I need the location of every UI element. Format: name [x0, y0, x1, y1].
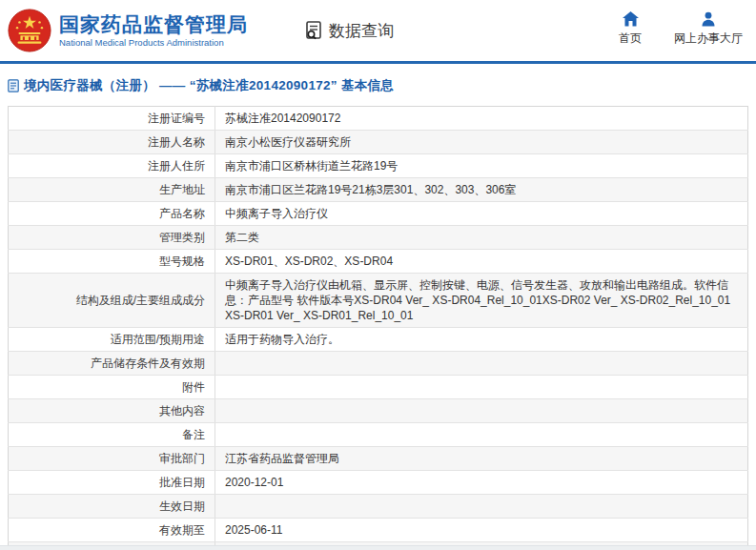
doc-search-icon	[303, 20, 324, 41]
row-label: 管理类别	[9, 226, 215, 250]
table-row: 其他内容	[9, 399, 748, 423]
table-row: 管理类别第二类	[9, 226, 748, 250]
row-label: 有效期至	[9, 519, 215, 542]
table-row: 有效期至2025-06-11	[9, 519, 748, 542]
table-row: 注册证编号苏械注准20142090172	[9, 107, 748, 131]
row-value	[215, 376, 748, 399]
table-row: 产品名称中频离子导入治疗仪	[9, 202, 748, 226]
row-label: 生效日期	[9, 495, 215, 519]
user-icon	[701, 11, 716, 27]
row-value	[215, 399, 748, 423]
row-value: 中频离子导入治疗仪由机箱、显示屏、控制按键、电源、信号发生器、攻放和输出电路组成…	[215, 274, 748, 328]
home-icon	[623, 11, 639, 27]
row-label: 注册人住所	[9, 154, 215, 178]
nav-data-query[interactable]: 数据查询	[303, 20, 394, 42]
row-value: XS-DR01、XS-DR02、XS-DR04	[215, 250, 748, 274]
row-label: 产品储存条件及有效期	[9, 352, 215, 376]
service-hall-link-label: 网上办事大厅	[674, 31, 743, 47]
row-label: 注册证编号	[9, 107, 215, 131]
row-label: 附件	[9, 376, 215, 399]
row-label: 产品名称	[9, 202, 215, 226]
table-row: 结构及组成/主要组成成分中频离子导入治疗仪由机箱、显示屏、控制按键、电源、信号发…	[9, 274, 748, 328]
table-row: 型号规格XS-DR01、XS-DR02、XS-DR04	[9, 250, 748, 274]
home-link[interactable]: 首页	[619, 11, 642, 47]
row-value: 南京小松医疗仪器研究所	[215, 131, 748, 154]
table-row: 生效日期	[9, 495, 748, 519]
row-value: 2025-06-11	[215, 519, 748, 542]
row-value: 南京市浦口区兰花路19号21栋3层301、302、303、306室	[215, 178, 748, 202]
row-label: 备注	[9, 423, 215, 447]
table-row: 产品储存条件及有效期	[9, 352, 748, 376]
site-header: 国家药品监督管理局 National Medical Products Admi…	[0, 0, 756, 61]
row-label: 型号规格	[9, 250, 215, 274]
info-table-body: 注册证编号苏械注准20142090172注册人名称南京小松医疗仪器研究所注册人住…	[9, 107, 748, 550]
agency-subtitle: National Medical Products Administration	[59, 36, 248, 49]
row-label: 其他内容	[9, 399, 215, 423]
row-value	[215, 423, 748, 447]
row-value: 适用于药物导入治疗。	[215, 328, 748, 352]
row-value: 2020-12-01	[215, 471, 748, 495]
table-row: 备注	[9, 423, 748, 447]
registration-info-table: 注册证编号苏械注准20142090172注册人名称南京小松医疗仪器研究所注册人住…	[8, 106, 748, 550]
home-link-label: 首页	[619, 31, 642, 47]
row-label: 结构及组成/主要组成成分	[9, 274, 215, 328]
row-label: 审批部门	[9, 447, 215, 471]
footer-strip	[0, 545, 756, 550]
table-row: 注册人住所南京市浦口区桥林街道兰花路19号	[9, 154, 748, 178]
nav-data-query-label: 数据查询	[329, 20, 394, 42]
row-label: 注册人名称	[9, 131, 215, 154]
header-quick-links: 首页 网上办事大厅	[619, 11, 743, 47]
table-row: 注册人名称南京小松医疗仪器研究所	[9, 131, 748, 154]
breadcrumb: 境内医疗器械（注册） —— “苏械注准20142090172” 基本信息	[0, 64, 756, 104]
row-value	[215, 352, 748, 376]
agency-name-block: 国家药品监督管理局 National Medical Products Admi…	[59, 13, 248, 49]
row-value: 江苏省药品监督管理局	[215, 447, 748, 471]
row-label: 批准日期	[9, 471, 215, 495]
agency-title: 国家药品监督管理局	[59, 13, 248, 36]
row-value: 第二类	[215, 226, 748, 250]
site-logo[interactable]: 国家药品监督管理局 National Medical Products Admi…	[8, 9, 248, 52]
row-value: 南京市浦口区桥林街道兰花路19号	[215, 154, 748, 178]
row-value: 苏械注准20142090172	[215, 107, 748, 131]
service-hall-link[interactable]: 网上办事大厅	[674, 11, 743, 47]
table-row: 附件	[9, 376, 748, 399]
page-title: 境内医疗器械（注册） —— “苏械注准20142090172” 基本信息	[24, 77, 394, 94]
table-row: 适用范围/预期用途适用于药物导入治疗。	[9, 328, 748, 352]
table-row: 审批部门江苏省药品监督管理局	[9, 447, 748, 471]
row-value: 中频离子导入治疗仪	[215, 202, 748, 226]
table-row: 批准日期2020-12-01	[9, 471, 748, 495]
row-label: 适用范围/预期用途	[9, 328, 215, 352]
document-icon	[8, 79, 19, 92]
row-value	[215, 495, 748, 519]
table-row: 生产地址南京市浦口区兰花路19号21栋3层301、302、303、306室	[9, 178, 748, 202]
national-emblem-icon	[8, 9, 51, 52]
row-label: 生产地址	[9, 178, 215, 202]
